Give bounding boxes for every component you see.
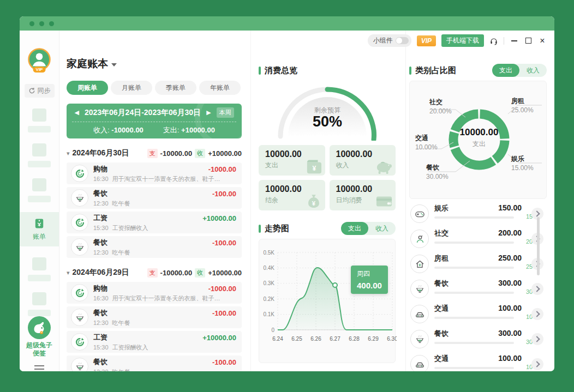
- food-icon: [71, 358, 88, 371]
- transaction-list: ▾ 2024年06月30日 支 -10000.00 收 +10000.00 购物…: [67, 147, 242, 371]
- close-button[interactable]: ×: [538, 37, 547, 45]
- chevron-right-icon[interactable]: [531, 308, 543, 320]
- chevron-right-icon[interactable]: [531, 358, 543, 370]
- sidebar-skeleton-item: [28, 281, 51, 316]
- sidebar-skeleton-item: [28, 132, 51, 167]
- category-name: 餐饮: [434, 279, 449, 288]
- x-tick-label: 6.28: [349, 336, 360, 342]
- rabbit-logo-icon[interactable]: [28, 316, 51, 339]
- category-amount: 300.00: [498, 279, 522, 287]
- transaction-amount: +10000.00: [202, 214, 236, 222]
- category-row[interactable]: 娱乐 150.00 15%: [409, 203, 547, 226]
- transaction-title: 餐饮: [93, 357, 130, 367]
- transaction-row[interactable]: 餐饮 12:30吃午餐 -100.00: [67, 187, 242, 209]
- traffic-dot-icon[interactable]: [29, 21, 34, 26]
- headphone-icon[interactable]: [489, 37, 498, 45]
- tab-period-2[interactable]: 季账单: [155, 81, 196, 95]
- sidebar-item-bills[interactable]: 账单: [20, 212, 59, 246]
- maximize-button[interactable]: [524, 37, 533, 45]
- x-tick-label: 6.27: [330, 336, 340, 342]
- shopping-icon: [71, 165, 88, 182]
- transaction-time: 12:30: [93, 200, 109, 207]
- toggle-expense[interactable]: 支出: [341, 222, 368, 235]
- category-amount: 250.00: [498, 254, 522, 262]
- chevron-right-icon[interactable]: [531, 333, 543, 345]
- vip-button[interactable]: VIP: [417, 35, 436, 46]
- transaction-desc: 15:30工资报酬收入: [93, 343, 148, 352]
- category-bar: [434, 216, 514, 219]
- expense-value: +10000.00: [181, 126, 215, 134]
- user-avatar[interactable]: VIP: [28, 48, 51, 71]
- category-row[interactable]: 餐饮 300.00 30%: [409, 329, 547, 352]
- group-header[interactable]: ▾ 2024年06月30日 支 -10000.00 收 +10000.00: [67, 147, 242, 159]
- category-amount: 100.00: [498, 304, 522, 312]
- minimize-button[interactable]: [510, 37, 518, 45]
- transaction-row[interactable]: 餐饮 12:30吃午餐 -100.00: [67, 355, 242, 371]
- mobile-download-button[interactable]: 手机端下载: [441, 34, 484, 47]
- transaction-row[interactable]: 工资 15:30工资报酬收入 +10000.00: [67, 212, 242, 233]
- income-value: -10000.00: [111, 126, 144, 134]
- scrollbar-thumb[interactable]: [537, 217, 540, 275]
- transaction-time: 12:30: [93, 319, 109, 326]
- desktop-background: { "controls": { "widget_label": "小组件", "…: [0, 0, 574, 392]
- transaction-title: 工资: [93, 333, 148, 342]
- traffic-dot-icon[interactable]: [39, 21, 44, 26]
- category-amount: 150.00: [498, 203, 522, 212]
- category-bar: [434, 317, 514, 319]
- toggle-expense[interactable]: 支出: [492, 64, 519, 77]
- category-bar: [434, 267, 514, 269]
- tab-period-3[interactable]: 年账单: [199, 81, 241, 95]
- toggle-income[interactable]: 收入: [368, 222, 396, 235]
- next-week-icon[interactable]: ▶: [206, 109, 211, 116]
- expense-label: 支出:: [163, 126, 180, 134]
- collapse-triangle-icon[interactable]: ▾: [67, 269, 70, 276]
- transactions-panel: 家庭账本 周账单月账单季账单年账单 ◀ 2023年06月24日-2023年06月…: [59, 31, 251, 371]
- category-panel: 类别占比图 支出 收入 10000.00 支出: [406, 31, 554, 371]
- transaction-row[interactable]: 购物 16:30用于淘宝双十一添置冬天的衣服、鞋子、袜子 -1000.00: [67, 282, 242, 304]
- transaction-row[interactable]: 餐饮 12:30吃午餐 -100.00: [67, 236, 242, 258]
- widget-toggle[interactable]: 小组件: [368, 34, 411, 47]
- income-label: 收入:: [93, 126, 110, 134]
- expense-badge: 支: [147, 149, 158, 158]
- toggle-switch-icon[interactable]: [396, 37, 409, 44]
- transaction-desc: 16:30用于淘宝双十一添置冬天的衣服、鞋子、袜子: [93, 294, 222, 303]
- menu-icon[interactable]: [34, 365, 44, 371]
- y-tick-label: 0.2K: [263, 296, 274, 302]
- category-row[interactable]: 交通 100.00 10%: [409, 304, 547, 327]
- toggle-income[interactable]: 收入: [519, 64, 547, 77]
- sync-button[interactable]: 同步: [25, 84, 55, 98]
- money-bag-icon: ¥: [304, 193, 323, 209]
- traffic-dot-icon[interactable]: [49, 21, 54, 26]
- transaction-amount: +10000.00: [202, 334, 236, 342]
- category-row[interactable]: 社交 200.00 20%: [409, 228, 547, 251]
- date-range: 2023年06月24日-2023年06月30日: [85, 108, 201, 118]
- y-tick-label: 0.4K: [263, 265, 274, 271]
- transaction-title: 餐饮: [93, 189, 130, 198]
- ledger-title[interactable]: 家庭账本: [67, 57, 242, 71]
- category-row[interactable]: 交通 100.00 10%: [409, 354, 547, 371]
- transaction-title: 餐饮: [93, 238, 130, 248]
- category-toggle[interactable]: 支出 收入: [492, 64, 547, 77]
- game-icon: [410, 204, 429, 223]
- transaction-row[interactable]: 餐饮 12:30吃午餐 -100.00: [67, 306, 242, 328]
- section-marker: [259, 67, 261, 75]
- prev-week-icon[interactable]: ◀: [74, 109, 79, 116]
- category-row[interactable]: 餐饮 300.00 30%: [409, 279, 547, 301]
- collapse-triangle-icon[interactable]: ▾: [67, 150, 70, 157]
- donut-slice-餐饮[interactable]: [455, 148, 494, 165]
- tab-period-0[interactable]: 周账单: [67, 81, 108, 95]
- tab-period-1[interactable]: 月账单: [111, 81, 152, 95]
- transaction-row[interactable]: 购物 16:30用于淘宝双十一添置冬天的衣服、鞋子、袜子 -1000.00: [67, 162, 242, 184]
- donut-center-label: 支出: [446, 140, 512, 149]
- chevron-right-icon[interactable]: [531, 283, 543, 295]
- sidebar-item-label: 账单: [33, 232, 46, 242]
- y-tick-label: 0.1K: [263, 311, 274, 317]
- category-name: 交通: [434, 354, 449, 364]
- category-row[interactable]: 房租 250.00 25%: [409, 254, 547, 276]
- summary-card: 10000.00 日均消费: [330, 180, 396, 210]
- trend-toggle[interactable]: 支出 收入: [341, 222, 396, 235]
- group-header[interactable]: ▾ 2024年06月29日 支 -10000.00 收 +10000.00: [67, 267, 242, 279]
- data-point-marker[interactable]: [333, 283, 337, 287]
- window-titlebar[interactable]: [20, 16, 554, 31]
- transaction-row[interactable]: 工资 15:30工资报酬收入 +10000.00: [67, 331, 242, 353]
